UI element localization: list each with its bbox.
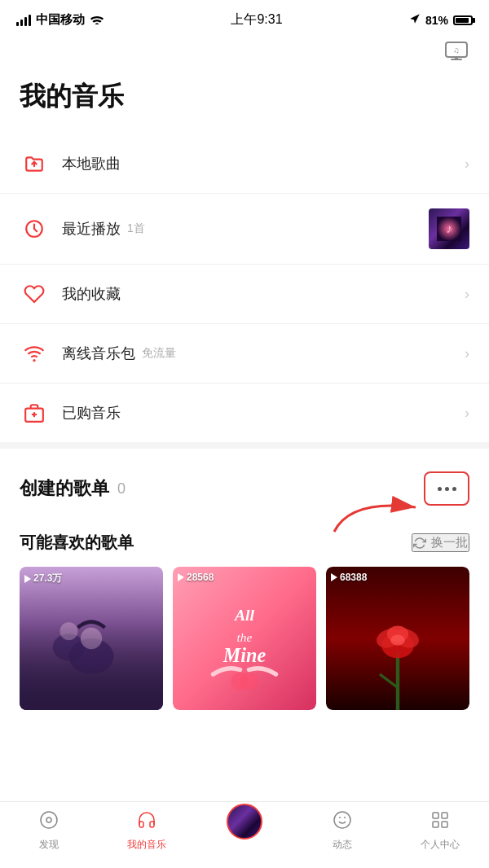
favorites-label: 我的收藏 [62,284,121,304]
svg-text:Mine: Mine [222,644,267,666]
clock-icon [20,214,49,243]
playlist-grid: 27.3万 All the Mi [20,567,469,710]
signal-icon [16,15,31,26]
bottom-spacer [0,718,489,783]
svg-rect-10 [20,567,163,710]
allmine-cover-art: All the Mine [173,567,316,710]
svg-point-20 [240,673,258,690]
menu-item-offline[interactable]: 离线音乐包 免流量 › [0,324,489,384]
section-divider [0,442,489,449]
status-right: 81% [409,13,473,27]
nav-discover-label: 发现 [39,838,59,852]
chevron-icon-2: › [465,286,469,303]
menu-item-purchased[interactable]: 已购音乐 › [0,384,489,442]
nav-my-music-label: 我的音乐 [127,838,166,852]
menu-content-purchased: 已购音乐 [62,403,465,423]
smile-icon [333,810,352,835]
playlist-cover-2: All the Mine [173,567,316,710]
menu-content-local-songs: 本地歌曲 [62,154,465,173]
svg-text:♫: ♫ [453,46,460,55]
svg-point-28 [390,635,405,646]
status-left: 中国移动 [16,12,104,28]
offline-label: 离线音乐包 [62,344,135,363]
playlist-item-1[interactable]: 27.3万 [20,567,163,710]
player-avatar [227,804,262,840]
headphones-icon [137,810,156,835]
bottom-nav: 发现 我的音乐 动态 [0,801,489,868]
bag-icon [20,398,49,427]
page-title: 我的音乐 [0,72,489,134]
svg-point-29 [41,812,57,828]
svg-rect-36 [433,822,438,827]
created-section-count: 0 [117,480,126,498]
menu-list: 本地歌曲 › 最近播放 1首 [0,134,489,442]
nav-item-profile[interactable]: 个人中心 [391,810,489,852]
playlist-cover-3 [326,567,469,710]
nav-activity-label: 动态 [333,838,352,852]
red-arrow-svg [326,491,424,540]
carrier-label: 中国移动 [36,12,85,28]
playlist-item-3[interactable]: 68388 [326,567,469,710]
folder-icon [20,149,49,178]
status-bar: 中国移动 上午9:31 81% [0,0,489,35]
wifi-download-icon [20,339,49,368]
anime-cover-art [20,567,163,710]
play-icon-2 [178,573,184,581]
recent-play-thumbnail: ♪ [429,208,469,249]
svg-point-31 [334,812,350,828]
battery-icon [453,15,473,25]
chevron-icon-3: › [465,345,469,362]
playlist-play-count-2: 28568 [178,572,214,583]
menu-item-recent-play[interactable]: 最近播放 1首 ♪ [0,194,489,265]
chevron-icon-4: › [465,405,469,422]
svg-text:the: the [237,630,253,644]
scan-button[interactable]: ♫ [440,38,473,64]
dot-2 [445,487,449,491]
dot-1 [438,487,442,491]
svg-point-12 [53,634,86,661]
svg-rect-35 [442,813,447,818]
heart-icon [20,279,49,309]
nav-item-my-music[interactable]: 我的音乐 [98,810,196,852]
top-actions: ♫ [0,35,489,72]
svg-point-13 [81,628,102,649]
created-section-title: 创建的歌单 [20,476,109,501]
menu-content-favorites: 我的收藏 [62,284,465,304]
more-options-button[interactable] [424,471,469,506]
menu-content-recent-play: 最近播放 1首 [62,219,419,239]
red-cover-art [326,567,469,710]
dot-3 [452,487,456,491]
svg-rect-2 [455,57,458,59]
wifi-icon [90,13,104,27]
svg-text:♪: ♪ [446,221,452,235]
rec-section: 可能喜欢的歌单 换一批 [0,515,489,718]
recent-play-count: 1首 [127,221,145,236]
menu-content-offline: 离线音乐包 免流量 [62,344,465,363]
created-title-wrap: 创建的歌单 0 [20,476,126,501]
status-time: 上午9:31 [231,11,282,28]
rec-section-title: 可能喜欢的歌单 [20,532,134,554]
playlist-cover-1 [20,567,163,710]
playlist-item-2[interactable]: All the Mine 28568 [173,567,316,710]
recent-play-label: 最近播放 [62,219,121,239]
nav-item-activity[interactable]: 动态 [293,810,391,852]
grid-icon [430,810,450,835]
chevron-icon: › [465,156,469,173]
disc-icon [39,810,59,835]
scan-icon: ♫ [444,41,469,62]
svg-point-11 [69,638,114,674]
menu-item-favorites[interactable]: 我的收藏 › [0,265,489,324]
svg-point-14 [60,622,78,640]
nav-item-discover[interactable]: 发现 [0,810,98,852]
nav-profile-label: 个人中心 [421,838,460,852]
play-icon-3 [331,573,337,581]
nav-item-player[interactable] [196,810,293,852]
local-songs-label: 本地歌曲 [62,154,121,173]
svg-rect-37 [442,822,447,827]
svg-text:All: All [233,606,255,624]
purchased-label: 已购音乐 [62,403,121,423]
svg-point-30 [46,818,51,822]
thumbnail-art: ♪ [437,217,461,241]
battery-percent: 81% [425,14,448,27]
menu-item-local-songs[interactable]: 本地歌曲 › [0,134,489,194]
